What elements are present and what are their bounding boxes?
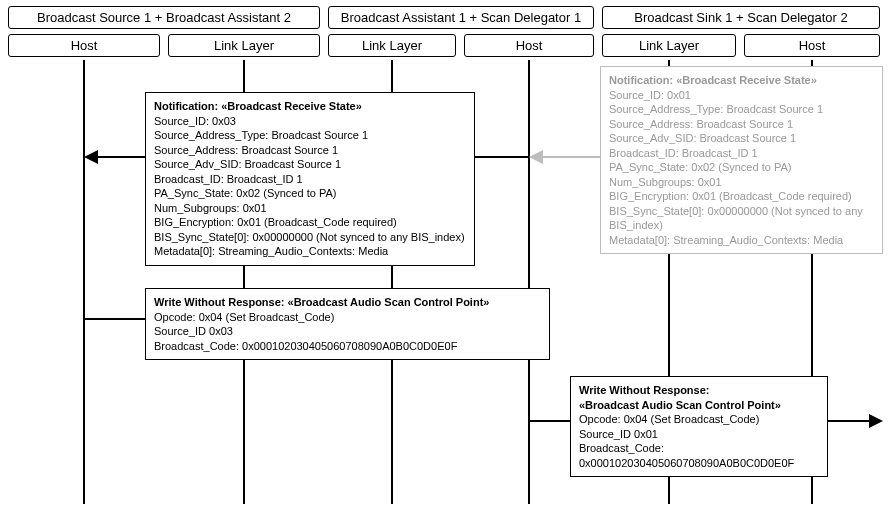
line: Source_ID: 0x03 (154, 115, 236, 127)
line: Broadcast_ID: Broadcast_ID 1 (609, 147, 758, 159)
line: Source_ID: 0x01 (609, 89, 691, 101)
arrowhead-notif-to-g1 (84, 150, 98, 164)
line: Num_Subgroups: 0x01 (609, 176, 722, 188)
msg-write-scan-ctrl-left: Write Without Response: «Broadcast Audio… (145, 288, 550, 360)
line: Source_ID 0x03 (154, 325, 233, 337)
line: Source_Adv_SID: Broadcast Source 1 (609, 132, 796, 144)
line: Source_Address: Broadcast Source 1 (609, 118, 793, 130)
msg-title: Write Without Response: «Broadcast Audio… (154, 296, 489, 308)
line: Source_ID 0x01 (579, 428, 658, 440)
lifeline-g1-host (83, 60, 85, 504)
lane-g1-ll: Link Layer (168, 34, 320, 57)
line: BIG_Encryption: 0x01 (Broadcast_Code req… (609, 190, 852, 202)
line: Num_Subgroups: 0x01 (154, 202, 267, 214)
line: Opcode: 0x04 (Set Broadcast_Code) (579, 413, 759, 425)
sequence-diagram: Broadcast Source 1 + Broadcast Assistant… (0, 0, 890, 510)
line: Source_Address_Type: Broadcast Source 1 (609, 103, 823, 115)
line: Broadcast_ID: Broadcast_ID 1 (154, 173, 303, 185)
lane-g1-host: Host (8, 34, 160, 57)
lane-g2-host: Host (464, 34, 594, 57)
line: PA_Sync_State: 0x02 (Synced to PA) (609, 161, 791, 173)
line: Metadata[0]: Streaming_Audio_Contexts: M… (609, 234, 843, 246)
arrowhead-notif-ghost (529, 150, 543, 164)
line: 0x000102030405060708090A0B0C0D0E0F (579, 457, 794, 469)
line: BIS_Sync_State[0]: 0x00000000 (Not synce… (609, 205, 863, 232)
line: Source_Address_Type: Broadcast Source 1 (154, 129, 368, 141)
lane-g3-host: Host (744, 34, 880, 57)
group-header-2: Broadcast Assistant 1 + Scan Delegator 1 (328, 6, 594, 29)
lifeline-g2-host (528, 60, 530, 504)
msg-title-1: Write Without Response: (579, 384, 709, 396)
lane-g3-ll: Link Layer (602, 34, 736, 57)
msg-write-scan-ctrl-right: Write Without Response: «Broadcast Audio… (570, 376, 828, 477)
msg-title: Notification: «Broadcast Receive State» (609, 74, 817, 86)
group-header-3: Broadcast Sink 1 + Scan Delegator 2 (602, 6, 880, 29)
line: PA_Sync_State: 0x02 (Synced to PA) (154, 187, 336, 199)
line: Broadcast_Code: (579, 442, 664, 454)
line: Metadata[0]: Streaming_Audio_Contexts: M… (154, 245, 388, 257)
msg-notification-brs-ghost: Notification: «Broadcast Receive State» … (600, 66, 883, 254)
msg-notification-brs-left: Notification: «Broadcast Receive State» … (145, 92, 475, 266)
line: Opcode: 0x04 (Set Broadcast_Code) (154, 311, 334, 323)
line: Broadcast_Code: 0x000102030405060708090A… (154, 340, 457, 352)
line: Source_Adv_SID: Broadcast Source 1 (154, 158, 341, 170)
line: BIG_Encryption: 0x01 (Broadcast_Code req… (154, 216, 397, 228)
msg-title: Notification: «Broadcast Receive State» (154, 100, 362, 112)
msg-title-2: «Broadcast Audio Scan Control Point» (579, 399, 781, 411)
line: Source_Address: Broadcast Source 1 (154, 144, 338, 156)
lane-g2-ll: Link Layer (328, 34, 456, 57)
line: BIS_Sync_State[0]: 0x00000000 (Not synce… (154, 231, 465, 243)
arrowhead-write-right (869, 414, 883, 428)
group-header-1: Broadcast Source 1 + Broadcast Assistant… (8, 6, 320, 29)
